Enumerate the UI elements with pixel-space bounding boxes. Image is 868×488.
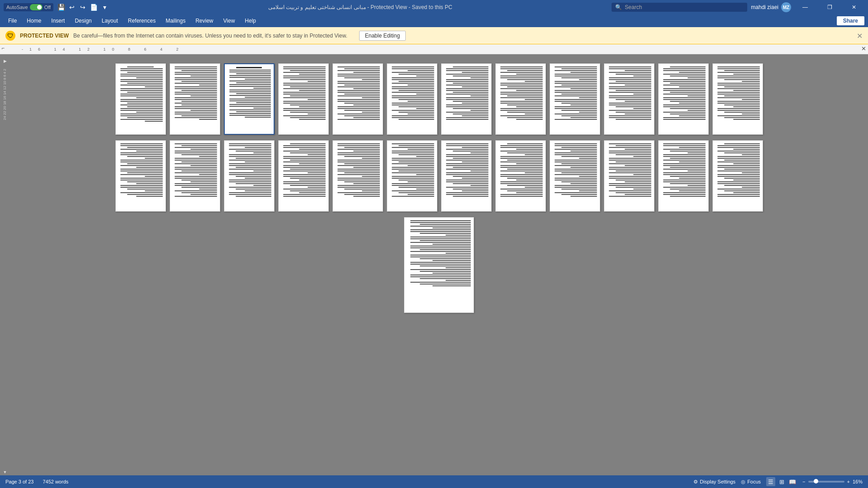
focus-button[interactable]: ◎ Focus [741, 479, 761, 485]
page-content-17 [333, 141, 383, 211]
page-content-2 [170, 64, 220, 134]
page-thumb-4[interactable] [278, 63, 329, 135]
page-content-21 [550, 141, 600, 211]
page-thumb-5[interactable] [332, 63, 383, 135]
close-button[interactable]: ✕ [844, 0, 864, 14]
page-thumb-12[interactable] [712, 63, 763, 135]
page-row-2 [115, 140, 763, 212]
page-thumb-8[interactable] [495, 63, 546, 135]
page-content-22 [604, 141, 654, 211]
autosave-area[interactable]: AutoSave Off [4, 3, 53, 11]
search-input[interactable] [625, 4, 738, 10]
new-doc-icon[interactable]: 📄 [90, 3, 98, 11]
word-count: 7452 words [43, 479, 68, 484]
page-content-9 [550, 64, 600, 134]
web-layout-view-button[interactable]: ⊞ [777, 477, 786, 486]
page-thumb-16[interactable] [278, 140, 329, 212]
zoom-slider[interactable] [808, 481, 844, 483]
ruler-content: -16 14 12 10 8 6 4 2 [13, 47, 855, 52]
page-thumb-15[interactable] [224, 140, 275, 212]
page-content-6 [387, 64, 437, 134]
page-thumb-25[interactable] [404, 217, 474, 313]
ruler: ⌐ -16 14 12 10 8 6 4 2 ✕ [0, 44, 868, 54]
minimize-button[interactable]: — [795, 0, 816, 14]
page-content-4 [279, 64, 328, 134]
page-content-19 [441, 141, 491, 211]
ruler-vertical: 24 22 20 18 16 14 12 10 8 6 4 2 [2, 69, 8, 120]
page-content-15 [224, 141, 274, 211]
page-thumb-23[interactable] [658, 140, 709, 212]
shield-icon: 🛡 [5, 31, 15, 41]
page-thumb-21[interactable] [550, 140, 600, 212]
print-layout-view-button[interactable]: ☰ [766, 477, 775, 486]
zoom-level: 16% [853, 479, 863, 484]
page-thumb-10[interactable] [604, 63, 655, 135]
menu-design[interactable]: Design [70, 16, 96, 26]
page-thumb-13[interactable] [115, 140, 166, 212]
page-nav-bottom[interactable]: ▼ [3, 469, 7, 475]
menu-file[interactable]: File [4, 16, 21, 26]
page-thumb-3[interactable] [224, 63, 275, 135]
customize-qat-icon[interactable]: ▾ [100, 3, 109, 11]
autosave-toggle[interactable] [30, 4, 43, 10]
page-content-13 [116, 141, 166, 211]
document-canvas[interactable] [10, 54, 868, 475]
page-thumb-17[interactable] [332, 140, 383, 212]
menu-help[interactable]: Help [240, 16, 261, 26]
menu-mailings[interactable]: Mailings [161, 16, 190, 26]
share-button[interactable]: Share [837, 16, 864, 25]
page-row-1 [115, 63, 763, 135]
read-mode-view-button[interactable]: 📖 [788, 477, 797, 486]
undo-icon[interactable]: ↩ [68, 3, 76, 11]
menu-review[interactable]: Review [191, 16, 218, 26]
ruler-close-icon[interactable]: ✕ [861, 45, 866, 52]
menu-layout[interactable]: Layout [97, 16, 123, 26]
page-thumb-7[interactable] [441, 63, 492, 135]
menu-references[interactable]: References [123, 16, 160, 26]
redo-icon[interactable]: ↪ [79, 3, 87, 11]
page-content-1 [116, 64, 166, 134]
page-thumb-20[interactable] [495, 140, 546, 212]
user-area: mahdi ziaei MZ [751, 2, 791, 12]
zoom-plus-button[interactable]: + [847, 479, 850, 484]
page-thumb-9[interactable] [550, 63, 600, 135]
page-content-3 [225, 64, 274, 134]
display-settings-button[interactable]: ⚙ Display Settings [693, 479, 735, 485]
page-content-23 [659, 141, 708, 211]
focus-icon: ◎ [741, 479, 745, 485]
protected-view-message: Be careful—files from the Internet can c… [73, 33, 347, 39]
autosave-state: Off [44, 5, 51, 10]
page-thumb-24[interactable] [712, 140, 763, 212]
page-thumb-18[interactable] [387, 140, 437, 212]
user-avatar[interactable]: MZ [781, 2, 791, 12]
search-box[interactable]: 🔍 [612, 3, 747, 12]
menu-home[interactable]: Home [22, 16, 46, 26]
banner-close-button[interactable]: ✕ [857, 31, 863, 40]
page-content-7 [441, 64, 491, 134]
page-thumb-1[interactable] [115, 63, 166, 135]
page-content-25 [404, 218, 474, 313]
left-sidebar: ▶ 24 22 20 18 16 14 12 10 8 6 4 2 ▼ [0, 54, 10, 475]
page-thumb-19[interactable] [441, 140, 492, 212]
page-nav-expand[interactable]: ▶ [4, 58, 7, 64]
page-thumb-11[interactable] [658, 63, 709, 135]
page-content-24 [713, 141, 763, 211]
ribbon-menu: File Home Insert Design Layout Reference… [0, 14, 868, 27]
display-settings-icon: ⚙ [693, 479, 698, 485]
enable-editing-button[interactable]: Enable Editing [359, 31, 406, 41]
page-thumb-6[interactable] [387, 63, 437, 135]
zoom-thumb[interactable] [814, 479, 818, 483]
page-content-14 [170, 141, 220, 211]
page-thumb-22[interactable] [604, 140, 655, 212]
page-thumb-14[interactable] [170, 140, 220, 212]
page-content-12 [713, 64, 763, 134]
zoom-control[interactable]: − + 16% [802, 479, 863, 484]
search-icon: 🔍 [615, 4, 622, 10]
restore-button[interactable]: ❐ [819, 0, 840, 14]
menu-view[interactable]: View [219, 16, 240, 26]
page-thumb-2[interactable] [170, 63, 220, 135]
save-icon[interactable]: 💾 [57, 3, 65, 11]
zoom-minus-button[interactable]: − [802, 479, 805, 484]
menu-insert[interactable]: Insert [47, 16, 69, 26]
status-bar-right: ⚙ Display Settings ◎ Focus ☰ ⊞ 📖 − + 16% [693, 477, 863, 486]
